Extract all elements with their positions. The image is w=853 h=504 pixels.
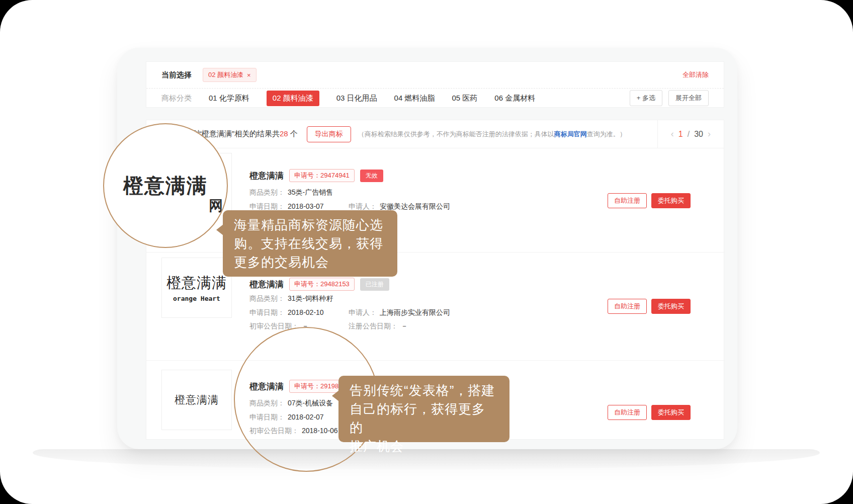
current-selection-row: 当前选择 02 颜料油漆 × 全部清除 <box>146 62 724 89</box>
tooltip-line: 购。支持在线交易，获得 <box>234 234 386 253</box>
self-register-button[interactable]: 自助注册 <box>608 299 647 314</box>
trademark-image-subtext: orange Heart <box>173 295 220 302</box>
next-page-icon[interactable]: › <box>708 129 711 139</box>
entrust-purchase-button[interactable]: 委托购买 <box>651 299 691 314</box>
row-3-actions: 自助注册 委托购买 <box>608 405 691 420</box>
expand-all-button[interactable]: 展开全部 <box>668 90 709 106</box>
prev-page-icon[interactable]: ‹ <box>671 129 674 139</box>
export-trademarks-button[interactable]: 导出商标 <box>307 126 351 142</box>
field-category: 商品类别：35类-广告销售 <box>249 188 333 197</box>
application-number-label: 申请号： <box>294 280 320 288</box>
row-1-title: 橙意满满 申请号：29474941 无效 <box>249 169 383 182</box>
trademark-name[interactable]: 橙意满满 <box>249 279 284 290</box>
total-pages: 30 <box>694 130 703 139</box>
current-page: 1 <box>678 130 683 139</box>
tooltip-line: 更多的交易机会 <box>234 253 386 272</box>
tooltip-promotion: 告别传统“发表格”，搭建 自己的标行，获得更多的 推广机会 <box>338 376 509 442</box>
clear-all-link[interactable]: 全部清除 <box>683 70 709 79</box>
field-label: 商品类别： <box>249 294 285 302</box>
row-1-actions: 自助注册 委托购买 <box>608 193 691 208</box>
field-label: 注册公告日期： <box>349 322 398 330</box>
trademark-image-2[interactable]: 橙意满满 orange Heart <box>161 258 232 318</box>
selected-filter-tag[interactable]: 02 颜料油漆 × <box>203 68 257 82</box>
magnified-trademark-text: 橙意满满 <box>123 172 208 200</box>
field-value: 2018-03-07 <box>288 202 324 210</box>
field-value: 2018-02-10 <box>288 308 324 316</box>
magnifier-circle-large: 橙意满满 网 <box>103 123 228 248</box>
field-dates: 申请日期：2018-02-10申请人：上海雨步实业有限公司 <box>249 308 324 317</box>
field-label: 申请人： <box>349 308 377 316</box>
field-label: 申请日期： <box>249 308 285 316</box>
category-tab-01[interactable]: 01 化学原料 <box>209 94 249 103</box>
disclaimer-text-right: 查询为准。） <box>587 130 626 138</box>
row-2-actions: 自助注册 委托购买 <box>608 299 691 314</box>
current-selection-label: 当前选择 <box>161 70 192 80</box>
category-tab-03[interactable]: 03 日化用品 <box>336 94 377 103</box>
tooltip-line: 推广机会 <box>350 437 498 456</box>
tooltip-line: 告别传统“发表格”，搭建 <box>350 381 498 400</box>
pagination: ‹ 1 / 30 › <box>657 120 724 148</box>
magnified-partial-glyph: 网 <box>209 196 223 215</box>
category-tab-05[interactable]: 05 医药 <box>452 94 477 103</box>
application-number-label: 申请号： <box>294 172 320 179</box>
application-number: 29474941 <box>320 172 350 179</box>
self-register-button[interactable]: 自助注册 <box>608 405 647 420</box>
field-value: － <box>401 322 408 330</box>
trademark-image-text: 橙意满满 <box>166 273 227 293</box>
results-count: 28 <box>280 129 288 138</box>
field-reg-publication: 注册公告日期：－ <box>349 322 408 331</box>
results-disclaimer: （商标检索结果仅供参考，不作为商标能否注册的法律依据；具体以商标局官网查询为准。… <box>358 130 626 139</box>
field-label: 商品类别： <box>249 188 285 196</box>
category-tab-02-active[interactable]: 02 颜料油漆 <box>267 91 319 106</box>
trademark-image-3[interactable]: 橙意满满 <box>161 370 232 430</box>
field-applicant: 申请人：上海雨步实业有限公司 <box>349 308 450 317</box>
application-number: 29482153 <box>320 280 350 288</box>
app-window: 当前选择 02 颜料油漆 × 全部清除 商标分类 01 化学原料 02 颜料油漆… <box>0 0 853 504</box>
field-value: 31类-饲料种籽 <box>288 294 333 302</box>
field-label: 申请人： <box>349 202 377 210</box>
field-value: 安徽美达会展有限公司 <box>380 202 450 210</box>
entrust-purchase-button[interactable]: 委托购买 <box>651 405 691 420</box>
multi-select-button[interactable]: + 多选 <box>630 90 662 106</box>
tooltip-trade-resources: 海量精品商标资源随心选 购。支持在线交易，获得 更多的交易机会 <box>223 210 397 277</box>
category-tab-04[interactable]: 04 燃料油脂 <box>394 94 435 103</box>
row-2-title: 橙意满满 申请号：29482153 已注册 <box>249 278 389 291</box>
field-label: 申请日期： <box>249 202 285 210</box>
trademark-image-text: 橙意满满 <box>175 393 219 407</box>
remove-filter-icon[interactable]: × <box>247 71 251 79</box>
field-value: 35类-广告销售 <box>288 188 333 196</box>
page-separator: / <box>688 130 690 139</box>
tooltip-line: 自己的标行，获得更多的 <box>350 400 498 437</box>
category-tab-06[interactable]: 06 金属材料 <box>494 94 535 103</box>
application-number-tag: 申请号：29482153 <box>289 278 355 291</box>
results-unit: 个 <box>288 129 298 138</box>
status-badge-invalid: 无效 <box>360 170 383 182</box>
selected-filter-tag-text: 02 颜料油漆 <box>208 70 243 79</box>
self-register-button[interactable]: 自助注册 <box>608 193 647 208</box>
status-badge-registered: 已注册 <box>360 278 389 291</box>
results-header: 检索到“橙意满满”相关的结果共28 个 导出商标 （商标检索结果仅供参考，不作为… <box>146 120 724 148</box>
field-category: 商品类别：31类-饲料种籽 <box>249 294 333 303</box>
trademark-office-link[interactable]: 商标局官网 <box>554 130 587 138</box>
category-row-label: 商标分类 <box>161 94 192 103</box>
filter-panel: 当前选择 02 颜料油漆 × 全部清除 商标分类 01 化学原料 02 颜料油漆… <box>146 61 724 108</box>
trademark-name[interactable]: 橙意满满 <box>249 170 284 182</box>
disclaimer-text-left: （商标检索结果仅供参考，不作为商标能否注册的法律依据；具体以 <box>358 130 554 138</box>
tooltip-line: 海量精品商标资源随心选 <box>234 216 386 234</box>
application-number-tag: 申请号：29474941 <box>289 169 355 182</box>
field-value: 上海雨步实业有限公司 <box>380 308 450 316</box>
category-row: 商标分类 01 化学原料 02 颜料油漆 03 日化用品 04 燃料油脂 05 … <box>146 89 724 108</box>
entrust-purchase-button[interactable]: 委托购买 <box>651 193 691 208</box>
